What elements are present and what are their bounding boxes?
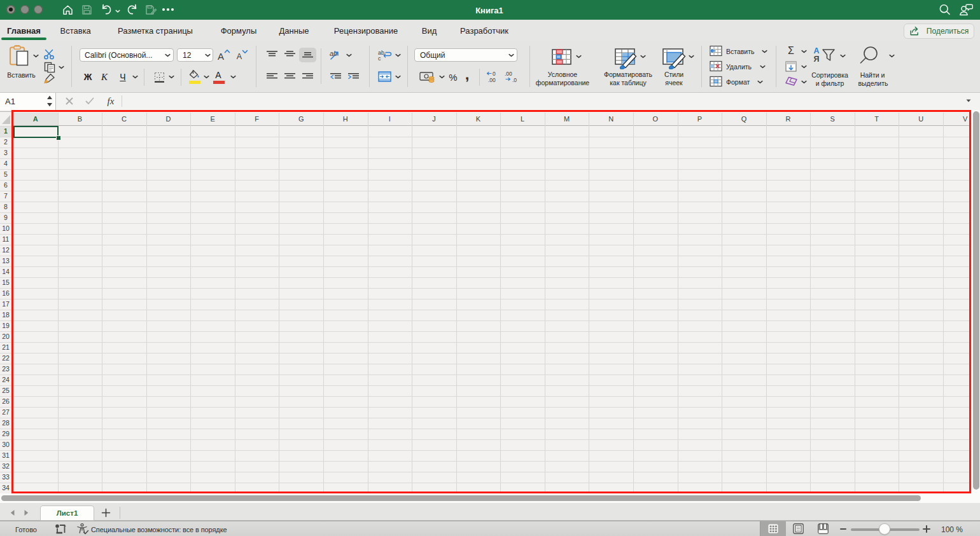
svg-text:.0: .0 xyxy=(512,77,517,83)
svg-text:.00: .00 xyxy=(505,71,512,77)
svg-text:.00: .00 xyxy=(488,77,496,83)
svg-text:c: c xyxy=(378,55,381,61)
svg-text:0: 0 xyxy=(493,71,496,77)
